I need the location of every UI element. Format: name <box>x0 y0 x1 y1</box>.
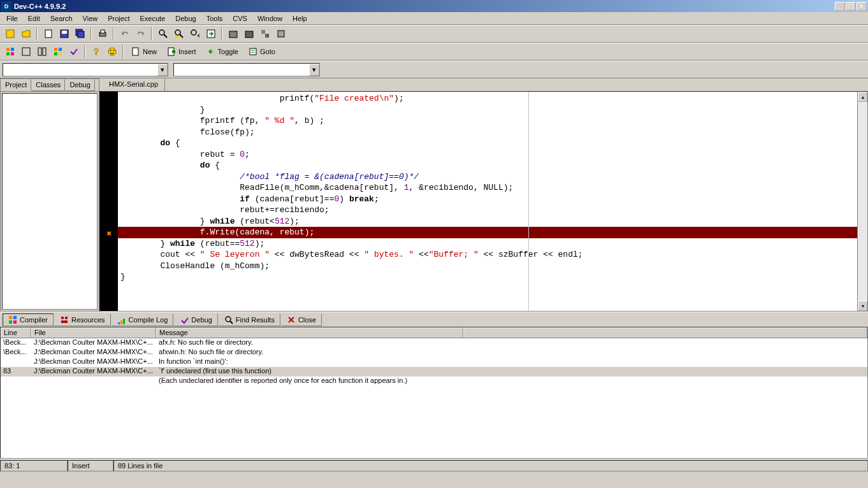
menu-debug[interactable]: Debug <box>170 13 201 24</box>
sidebar-tab-debug[interactable]: Debug <box>65 79 94 91</box>
col-line[interactable]: Line <box>1 327 31 338</box>
col-file[interactable]: File <box>31 327 156 338</box>
gutter[interactable]: ✖ <box>100 92 118 311</box>
code-line[interactable]: rebut = 0; <box>118 149 857 161</box>
menu-project[interactable]: Project <box>103 13 134 24</box>
save-icon[interactable] <box>57 27 71 41</box>
menu-cvs[interactable]: CVS <box>228 13 252 24</box>
scroll-up-icon[interactable]: ▴ <box>858 92 867 102</box>
grid2-icon[interactable] <box>18 45 33 59</box>
new-project-icon[interactable] <box>3 27 17 41</box>
code-line[interactable]: } <box>118 104 857 116</box>
grid4-icon[interactable] <box>50 45 65 59</box>
compiler-output[interactable]: Line File Message \Beck...J:\Beckman Cou… <box>0 327 868 459</box>
insert-button[interactable]: Insert <box>163 45 201 59</box>
code-line[interactable]: cout << " Se leyeron " << dwBytesRead <<… <box>118 249 857 261</box>
close-button[interactable]: ✕ <box>857 2 867 11</box>
code-editor[interactable]: ✖ printf("File created\n"); } fprintf (f… <box>99 91 868 312</box>
code-line[interactable]: /*bool *flag = &(cadena[rebut]==0)*/ <box>118 171 857 183</box>
compiler-row-empty[interactable] <box>1 434 867 443</box>
menu-execute[interactable]: Execute <box>134 13 170 24</box>
bottom-tab-compiler[interactable]: Compiler <box>3 313 54 326</box>
compiler-row-empty[interactable] <box>1 396 867 405</box>
combo-function-input[interactable] <box>174 64 309 76</box>
compiler-row-empty[interactable] <box>1 415 867 424</box>
find-icon[interactable] <box>156 27 170 41</box>
toggle-button[interactable]: Toggle <box>202 45 243 59</box>
rebuild-icon[interactable] <box>273 27 288 41</box>
minimize-button[interactable]: _ <box>835 2 845 11</box>
code-line[interactable]: printf("File created\n"); <box>118 93 857 104</box>
code-line[interactable]: } <box>118 271 857 283</box>
code-line[interactable]: } while (rebut<512); <box>118 216 857 227</box>
goto-icon[interactable] <box>203 27 218 41</box>
chevron-down-icon[interactable]: ▾ <box>309 64 319 76</box>
compiler-row[interactable]: \Beck...J:\Beckman Coulter MAXM-HMX\C+..… <box>1 338 867 348</box>
code-line[interactable]: do { <box>118 160 857 171</box>
code-line[interactable]: f.Write(cadena, rebut); <box>118 227 857 238</box>
redo-icon[interactable] <box>133 27 148 41</box>
menu-tools[interactable]: Tools <box>201 13 228 24</box>
grid1-icon[interactable] <box>3 45 17 59</box>
compiler-row[interactable]: \Beck...J:\Beckman Coulter MAXM-HMX\C+..… <box>1 348 867 357</box>
compiler-row[interactable]: (Each undeclared identifier is reported … <box>1 377 867 386</box>
vertical-scrollbar[interactable]: ▴ ▾ <box>857 92 867 311</box>
about-icon[interactable] <box>105 45 119 59</box>
bottom-tab-close[interactable]: Close <box>281 313 322 326</box>
col-message[interactable]: Message <box>156 327 463 338</box>
code-line[interactable]: rebut+=recibiendo; <box>118 205 857 216</box>
combo-class-input[interactable] <box>3 64 157 76</box>
combo-class[interactable]: ▾ <box>3 63 168 76</box>
breakpoint-marker[interactable]: ✖ <box>100 230 118 237</box>
bottom-tab-compile-log[interactable]: Compile Log <box>112 313 174 326</box>
bottom-tab-debug[interactable]: Debug <box>174 313 217 326</box>
combo-function[interactable]: ▾ <box>173 63 320 76</box>
open-icon[interactable] <box>18 27 33 41</box>
sidebar-tab-project[interactable]: Project <box>1 79 31 91</box>
compiler-row-empty[interactable] <box>1 424 867 434</box>
code-line[interactable]: fprintf (fp, " %d ", b) ; <box>118 115 857 127</box>
compiler-row-empty[interactable] <box>1 405 867 415</box>
menu-help[interactable]: Help <box>287 13 312 24</box>
grid3-icon[interactable] <box>34 45 49 59</box>
print-icon[interactable] <box>95 27 110 41</box>
compilerun-icon[interactable] <box>257 27 272 41</box>
code-line[interactable]: if (cadena[rebut]==0) break; <box>118 194 857 205</box>
findnext-icon[interactable] <box>187 27 202 41</box>
bottom-tab-resources[interactable]: Resources <box>54 313 111 326</box>
menu-view[interactable]: View <box>78 13 103 24</box>
new-button[interactable]: New <box>127 45 161 59</box>
chevron-down-icon[interactable]: ▾ <box>157 64 168 76</box>
code-line[interactable]: ReadFile(m_hComm,&cadena[rebut], 1, &rec… <box>118 182 857 194</box>
scroll-down-icon[interactable]: ▾ <box>858 301 867 311</box>
editor-tab[interactable]: HMX-Serial.cpp <box>102 78 165 91</box>
menu-search[interactable]: Search <box>45 13 78 24</box>
compiler-row-empty[interactable] <box>1 443 867 453</box>
sidebar-tab-classes[interactable]: Classes <box>31 79 65 91</box>
tab-icon <box>180 315 189 324</box>
check-icon[interactable] <box>66 45 81 59</box>
run-icon[interactable] <box>242 27 256 41</box>
code-line[interactable]: do { <box>118 138 857 149</box>
replace-icon[interactable] <box>171 27 186 41</box>
compile-icon[interactable] <box>226 27 240 41</box>
code-line[interactable]: CloseHandle (m_hComm); <box>118 261 857 272</box>
compiler-row[interactable]: 83J:\Beckman Coulter MAXM-HMX\C+...`f' u… <box>1 367 867 377</box>
saveall-icon[interactable] <box>73 27 87 41</box>
col-extra[interactable] <box>463 327 867 338</box>
compiler-row-empty[interactable] <box>1 453 867 459</box>
compiler-row[interactable]: J:\Beckman Coulter MAXM-HMX\C+...In func… <box>1 357 867 367</box>
menu-window[interactable]: Window <box>252 13 287 24</box>
menu-edit[interactable]: Edit <box>23 13 45 24</box>
restore-button[interactable]: ❐ <box>846 2 856 11</box>
undo-icon[interactable] <box>117 27 132 41</box>
compiler-row-empty[interactable] <box>1 386 867 396</box>
code-line[interactable]: fclose(fp); <box>118 127 857 138</box>
code-line[interactable]: } while (rebut==512); <box>118 238 857 250</box>
help-icon[interactable]: ? <box>89 45 103 59</box>
bottom-tab-find-results[interactable]: Find Results <box>219 313 280 326</box>
menu-file[interactable]: File <box>1 13 23 24</box>
new-file-icon[interactable] <box>41 27 55 41</box>
goto-button[interactable]: Goto <box>244 45 280 59</box>
svg-point-8 <box>159 30 164 35</box>
